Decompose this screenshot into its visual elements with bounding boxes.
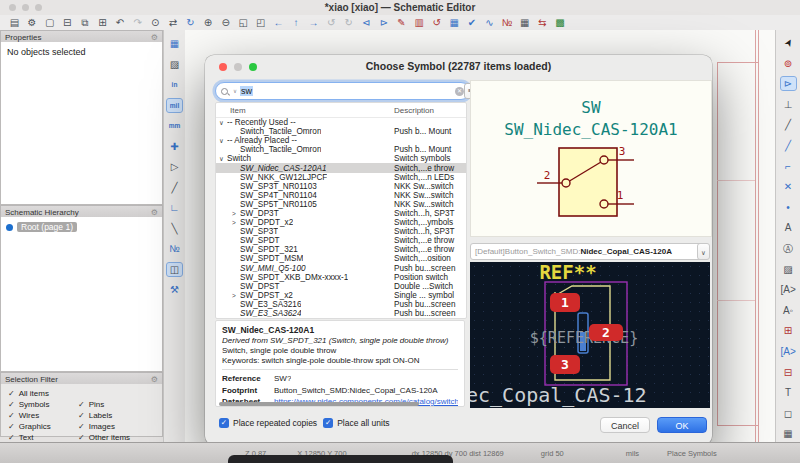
cancel-button[interactable]: Cancel bbox=[600, 417, 650, 433]
footprint-select-chevron-icon[interactable]: ∨ bbox=[697, 243, 710, 260]
zoom-fit-icon[interactable]: ◱ bbox=[237, 16, 250, 29]
symbol-search-input[interactable]: ∨ sw ✕ bbox=[215, 82, 470, 100]
symbol-tree-row[interactable]: SW_NKK_GW12LJPCF Switch,...n LEDs bbox=[216, 173, 466, 182]
selection-filter-item[interactable]: ✓ Images bbox=[78, 422, 155, 431]
dialog-close-button[interactable] bbox=[219, 63, 227, 71]
net-label-tool[interactable]: A bbox=[781, 221, 796, 234]
symbol-tree-row[interactable]: SW_SPDT_MSM Switch,...osition bbox=[216, 254, 466, 263]
symbol-fields-table-icon[interactable]: ▦ bbox=[448, 16, 461, 29]
symbol-tree-row[interactable]: ∨ -- Already Placed -- bbox=[216, 136, 466, 145]
symbol-tree-row[interactable]: SW_MMI_Q5-100 Push bu...screen bbox=[216, 264, 466, 273]
edit-symbol-icon[interactable]: ✎ bbox=[395, 16, 408, 29]
mirror-v-icon[interactable]: ⊲ bbox=[360, 16, 373, 29]
erc-icon[interactable]: ✔ bbox=[465, 16, 478, 29]
grid-visibility-icon[interactable]: ▦ bbox=[167, 37, 182, 50]
cursor-shape-icon[interactable]: ✚ bbox=[167, 140, 182, 153]
units-mm-button[interactable]: mm bbox=[167, 119, 182, 132]
add-sheet-tool[interactable]: ⊞ bbox=[781, 324, 796, 337]
page-settings-icon[interactable]: ▢ bbox=[43, 16, 56, 29]
plot-icon[interactable]: ⧉ bbox=[78, 16, 91, 29]
mirror-h-icon[interactable]: ⊳ bbox=[377, 16, 390, 29]
tree-chevron-icon[interactable]: > bbox=[232, 210, 240, 217]
highlight-net-tool[interactable]: ⊚ bbox=[781, 57, 796, 70]
symbol-tree-row[interactable]: SW_DPST Double ...Switch bbox=[216, 282, 466, 291]
annotate-icon[interactable]: № bbox=[501, 16, 514, 29]
add-symbol-tool[interactable]: ⊳ bbox=[781, 77, 796, 90]
footprint-assign-icon[interactable]: ⇆ bbox=[536, 16, 549, 29]
symbol-tree-row[interactable]: SW_SPDT_321 Switch,...e throw bbox=[216, 245, 466, 254]
rotate-cw-icon[interactable]: ↻ bbox=[342, 16, 355, 29]
clear-search-icon[interactable]: ✕ bbox=[455, 87, 464, 96]
symbol-tree-row[interactable]: SW_SP3T_NR01103 NKK Sw...switch bbox=[216, 182, 466, 191]
gear-icon[interactable]: ⚙ bbox=[151, 208, 158, 217]
find-replace-icon[interactable]: ⇄ bbox=[166, 16, 179, 29]
selection-filter-item[interactable]: ✓ Text bbox=[8, 433, 78, 442]
column-header-item[interactable]: Item bbox=[230, 106, 246, 115]
hierarchy-root-item[interactable]: Root (page 1) bbox=[6, 222, 157, 232]
import-sheet-pin-tool[interactable]: ⊟ bbox=[781, 366, 796, 379]
add-bus-tool[interactable]: ╱ bbox=[781, 139, 796, 152]
selection-filter-item[interactable]: ✓ Wires bbox=[8, 411, 78, 420]
symbol-tree-row[interactable]: SW_SPDT_XKB_DMx-xxxx-1 Position switch bbox=[216, 273, 466, 282]
net-tools-icon[interactable]: ⚒ bbox=[167, 283, 182, 296]
hidden-pins-icon[interactable]: ▷ bbox=[167, 160, 182, 173]
selection-filter-item[interactable]: ✓ Pins bbox=[78, 400, 155, 409]
properties-panel-toggle[interactable]: ◫ bbox=[167, 263, 182, 276]
symbol-tree-row[interactable]: SW_E3_SA3624 Push bu...screen bbox=[216, 309, 466, 318]
details-horizontal-scrollbar[interactable] bbox=[219, 402, 419, 406]
find-icon[interactable]: ⊙ bbox=[149, 16, 162, 29]
simulator-icon[interactable]: ∿ bbox=[483, 16, 496, 29]
tree-chevron-icon[interactable]: ∨ bbox=[219, 119, 227, 127]
textbox-tool[interactable]: ◻ bbox=[781, 407, 796, 420]
annotate-auto-icon[interactable]: № bbox=[167, 242, 182, 255]
units-inches-button[interactable]: in bbox=[167, 78, 182, 91]
symbol-tree-row[interactable]: SW_Nidec_CAS-120A1 Switch,...e throw bbox=[216, 163, 466, 172]
junction-tool[interactable]: • bbox=[781, 201, 796, 214]
symbol-tree-row[interactable]: Switch_Tactile_Omron Push b... Mount bbox=[216, 145, 466, 154]
symbol-tree-row[interactable]: SW_SP3T Switch...h, SP3T bbox=[216, 227, 466, 236]
symbol-tree-row[interactable]: SW_SPDT Switch,...e throw bbox=[216, 236, 466, 245]
select-tool[interactable]: ➤ bbox=[779, 33, 798, 52]
45deg-wires-icon[interactable]: ╲ bbox=[167, 222, 182, 235]
zoom-out-icon[interactable]: ⊖ bbox=[219, 16, 232, 29]
add-wire-tool[interactable]: ╱ bbox=[781, 118, 796, 131]
update-symbols-icon[interactable]: ↺ bbox=[430, 16, 443, 29]
rule-area-tool[interactable]: ▨ bbox=[781, 263, 796, 276]
add-power-tool[interactable]: ⊥ bbox=[781, 98, 796, 111]
symbol-tree-row[interactable]: SW_E3_SA3216 Push bu...screen bbox=[216, 300, 466, 309]
symbol-tree-row[interactable]: ∨ Switch Switch symbols bbox=[216, 154, 466, 163]
symbol-tree-row[interactable]: Switch_Tactile_Omron Push b... Mount bbox=[216, 127, 466, 136]
selection-filter-item[interactable]: ✓ Symbols bbox=[8, 400, 78, 409]
nav-forward-icon[interactable]: → bbox=[307, 16, 320, 29]
column-header-description[interactable]: Description bbox=[394, 106, 434, 115]
sheet-pin-tool[interactable]: [A> bbox=[781, 345, 796, 358]
ok-button[interactable]: OK bbox=[657, 417, 707, 433]
selection-filter-item[interactable]: ✓ Graphics bbox=[8, 422, 78, 431]
rotate-ccw-icon[interactable]: ↺ bbox=[325, 16, 338, 29]
schematic-setup-icon[interactable]: ⚙ bbox=[26, 16, 39, 29]
symbol-tree-row[interactable]: > SW_DPDT_x2 Switch,...ymbols bbox=[216, 218, 466, 227]
table-tool[interactable]: ▦ bbox=[781, 427, 796, 440]
symbol-tree-row[interactable]: ∨ -- Recently Used -- bbox=[216, 118, 466, 127]
free-angle-wires-icon[interactable]: ╱ bbox=[167, 181, 182, 194]
tree-chevron-icon[interactable]: ∨ bbox=[219, 155, 227, 163]
refresh-icon[interactable]: ↻ bbox=[184, 16, 197, 29]
symbol-tree-row[interactable]: > SW_DP3T Switch...h, SP3T bbox=[216, 209, 466, 218]
redo-icon[interactable]: ↷ bbox=[131, 16, 144, 29]
tree-chevron-icon[interactable]: > bbox=[232, 292, 240, 299]
dialog-checkbox[interactable]: ✓ Place all units bbox=[323, 418, 389, 428]
selection-filter-item[interactable]: ✓ All items bbox=[8, 389, 155, 398]
save-icon[interactable]: ▤ bbox=[8, 16, 21, 29]
footprint-select[interactable]: [Default] Button_Switch_SMD: Nidec_Copal… bbox=[470, 243, 704, 260]
selection-filter-item[interactable]: ✓ Labels bbox=[78, 411, 155, 420]
symbol-tree-row[interactable]: SW_SP4T_NR01104 NKK Sw...switch bbox=[216, 191, 466, 200]
dialog-zoom-button[interactable] bbox=[249, 63, 257, 71]
hier-label-tool[interactable]: [A> bbox=[781, 283, 796, 296]
symbol-tree-row[interactable]: > SW_DPST_x2 Single ... symbol bbox=[216, 291, 466, 300]
edit-library-icon[interactable]: ▥ bbox=[413, 16, 426, 29]
no-connect-tool[interactable]: ✕ bbox=[781, 180, 796, 193]
print-icon[interactable]: ⊟ bbox=[61, 16, 74, 29]
net-table-icon[interactable]: ▦ bbox=[518, 16, 531, 29]
global-label-tool[interactable]: Ⓐ bbox=[781, 242, 796, 255]
hv-wires-icon[interactable]: ∟ bbox=[167, 201, 182, 214]
